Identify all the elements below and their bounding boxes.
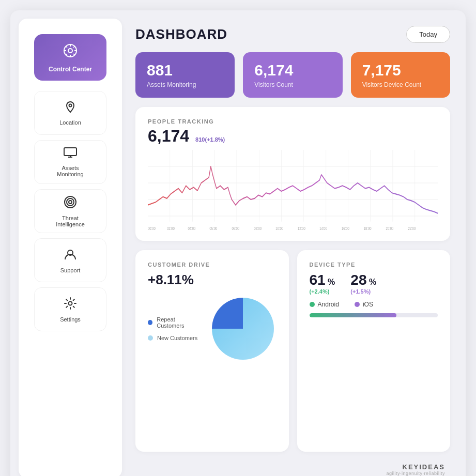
new-label: New Customers [157, 335, 197, 341]
svg-text:12:00: 12:00 [298, 226, 305, 231]
sidebar-item-support-label: Support [60, 267, 81, 273]
sidebar-item-location-label: Location [59, 119, 81, 126]
svg-text:14:00: 14:00 [319, 226, 327, 231]
sidebar-item-control-center[interactable]: Control Center [34, 34, 106, 81]
svg-point-1 [68, 49, 72, 53]
stat-cards: 881 Assets Monitoring 6,174 Visitors Cou… [135, 52, 450, 98]
legend-repeat: Repeat Customers [148, 316, 201, 329]
repeat-dot [148, 320, 152, 325]
people-tracking-label: PEOPLE TRACKING [148, 118, 438, 125]
svg-text:02:00: 02:00 [167, 226, 175, 231]
location-icon [64, 101, 76, 116]
sidebar-item-threat[interactable]: ThreatIntelligence [34, 189, 106, 233]
svg-text:16:00: 16:00 [342, 226, 349, 231]
people-tracking-badge: 810(+1.8%) [195, 136, 225, 143]
bottom-cards: CUSTOMER DRIVE +8.11% Repeat Customers N… [135, 250, 450, 452]
svg-text:22:00: 22:00 [408, 226, 416, 231]
header: DASHBOARD Today [135, 26, 450, 43]
svg-text:10:00: 10:00 [275, 226, 283, 231]
ios-change: (+1.5%) [350, 288, 376, 295]
threat-icon [64, 195, 77, 212]
sidebar-item-support[interactable]: Support [34, 238, 106, 282]
android-dot [310, 302, 315, 307]
legend-new: New Customers [148, 335, 201, 341]
settings-icon [64, 297, 77, 313]
svg-point-15 [67, 198, 74, 206]
sidebar-item-assets[interactable]: AssetsMonitoring [34, 140, 106, 184]
sidebar-item-settings-label: Settings [60, 316, 81, 323]
people-tracking-value: 6,174 [148, 127, 189, 146]
svg-line-6 [66, 46, 68, 48]
sidebar-item-settings[interactable]: Settings [34, 287, 106, 331]
ios-platform: iOS [355, 301, 373, 308]
svg-text:18:00: 18:00 [364, 226, 372, 231]
device-type-card: DEVICE TYPE 61 % (+2.4%) 28 % [297, 250, 451, 452]
stat-card-assets: 881 Assets Monitoring [135, 52, 235, 98]
stat-card-visitors: 6,174 Visitors Count [243, 52, 342, 98]
today-button[interactable]: Today [406, 26, 450, 43]
control-center-icon [62, 42, 79, 63]
svg-point-10 [69, 104, 72, 106]
customer-drive-value: +8.11% [148, 272, 277, 288]
stat-assets-label: Assets Monitoring [147, 81, 223, 88]
repeat-label: Repeat Customers [157, 316, 201, 329]
stat-card-device: 7,175 Visitors Device Count [351, 52, 450, 98]
svg-text:04:00: 04:00 [188, 226, 196, 231]
support-icon [64, 248, 77, 264]
assets-icon [64, 147, 77, 162]
sidebar-item-threat-label: ThreatIntelligence [56, 215, 85, 227]
device-progress-fill [310, 313, 397, 317]
stat-device-label: Visitors Device Count [362, 81, 439, 88]
svg-point-18 [69, 301, 72, 305]
svg-line-9 [66, 54, 68, 55]
stat-assets-value: 881 [147, 62, 223, 79]
android-platform: Android [310, 301, 339, 308]
android-item: 61 % (+2.4%) [310, 272, 335, 295]
customer-drive-label: CUSTOMER DRIVE [148, 262, 277, 268]
ios-value-container: 28 % [350, 272, 376, 288]
sidebar-item-assets-label: AssetsMonitoring [57, 165, 83, 177]
android-value-container: 61 % [310, 272, 335, 288]
ios-item: 28 % (+1.5%) [350, 272, 376, 295]
android-value: 61 [310, 272, 326, 288]
customer-drive-legend: Repeat Customers New Customers [148, 316, 201, 341]
svg-line-8 [73, 46, 75, 48]
svg-text:20:00: 20:00 [386, 226, 394, 231]
svg-point-16 [69, 201, 72, 204]
svg-rect-11 [64, 148, 76, 156]
svg-line-7 [73, 54, 75, 55]
people-tracking-card: PEOPLE TRACKING 6,174 810(+1.8%) [135, 107, 450, 241]
ios-label: iOS [363, 301, 373, 308]
device-type-row: 61 % (+2.4%) 28 % (+1.5%) [310, 272, 438, 295]
svg-text:08:00: 08:00 [254, 226, 262, 231]
stat-visitors-label: Visitors Count [254, 81, 331, 88]
device-type-label: DEVICE TYPE [310, 262, 438, 268]
svg-text:05:00: 05:00 [210, 226, 218, 231]
svg-text:00:00: 00:00 [148, 226, 156, 231]
android-change: (+2.4%) [310, 288, 335, 295]
customer-drive-card: CUSTOMER DRIVE +8.11% Repeat Customers N… [135, 250, 289, 452]
people-tracking-chart: 00:00 02:00 04:00 05:00 06:00 08:00 10:0… [148, 150, 438, 233]
sidebar: Control Center Location AssetsMonitoring [19, 19, 122, 476]
platform-row: Android iOS [310, 301, 438, 308]
android-label: Android [318, 301, 339, 308]
ios-dot [355, 302, 360, 307]
customer-drive-content: Repeat Customers New Customers [148, 295, 277, 362]
sidebar-control-center-label: Control Center [49, 66, 92, 73]
pie-chart [209, 295, 277, 362]
sidebar-item-location[interactable]: Location [34, 91, 106, 135]
branding: KEYIDEAS agility·ingenuity·reliability [135, 463, 450, 476]
stat-visitors-value: 6,174 [254, 62, 331, 79]
device-progress-bar [310, 313, 438, 317]
branding-title: KEYIDEAS [135, 463, 445, 471]
new-dot [148, 335, 153, 341]
branding-subtitle: agility·ingenuity·reliability [135, 471, 445, 476]
page-title: DASHBOARD [135, 26, 227, 42]
stat-device-value: 7,175 [362, 62, 439, 79]
ios-value: 28 [350, 272, 366, 288]
main-content: DASHBOARD Today 881 Assets Monitoring 6,… [130, 10, 466, 476]
svg-text:06:00: 06:00 [232, 226, 239, 231]
